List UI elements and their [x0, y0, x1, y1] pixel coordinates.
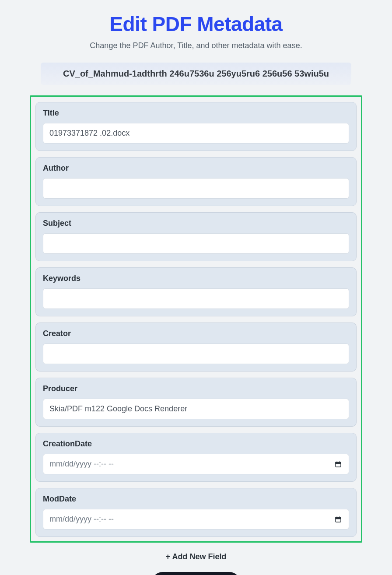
field-group-title: Title: [35, 102, 357, 151]
metadata-form-panel: Title Author Subject Keywords Creator Pr…: [30, 95, 362, 543]
field-group-producer: Producer: [35, 378, 357, 427]
field-group-author: Author: [35, 157, 357, 206]
title-input[interactable]: [43, 123, 349, 144]
calendar-icon: [335, 516, 342, 523]
field-group-subject: Subject: [35, 212, 357, 261]
creation-date-placeholder: mm/dd/yyyy --:-- --: [49, 459, 114, 469]
page-subtitle: Change the PDF Author, Title, and other …: [17, 41, 375, 50]
subject-label: Subject: [43, 219, 349, 228]
author-input[interactable]: [43, 178, 349, 199]
add-new-field-button[interactable]: + Add New Field: [166, 552, 227, 561]
keywords-label: Keywords: [43, 274, 349, 283]
mod-date-label: ModDate: [43, 494, 349, 504]
page-title: Edit PDF Metadata: [17, 12, 375, 36]
calendar-icon: [335, 461, 342, 468]
keywords-input[interactable]: [43, 288, 349, 309]
svg-rect-1: [336, 462, 341, 463]
producer-label: Producer: [43, 384, 349, 393]
filename-display: CV_of_Mahmud-1adthrth 246u7536u 256yu5ru…: [41, 63, 351, 85]
field-group-creation-date: CreationDate mm/dd/yyyy --:-- --: [35, 433, 357, 482]
mod-date-placeholder: mm/dd/yyyy --:-- --: [49, 515, 114, 524]
mod-date-input[interactable]: mm/dd/yyyy --:-- --: [43, 509, 349, 529]
creation-date-label: CreationDate: [43, 439, 349, 449]
author-label: Author: [43, 164, 349, 173]
update-metadata-button[interactable]: Update Metadata: [151, 572, 241, 575]
field-group-mod-date: ModDate mm/dd/yyyy --:-- --: [35, 488, 357, 537]
producer-input[interactable]: [43, 399, 349, 419]
field-group-keywords: Keywords: [35, 267, 357, 316]
svg-rect-5: [336, 517, 341, 519]
creator-label: Creator: [43, 329, 349, 338]
creation-date-input[interactable]: mm/dd/yyyy --:-- --: [43, 454, 349, 474]
creator-input[interactable]: [43, 344, 349, 364]
title-label: Title: [43, 109, 349, 118]
field-group-creator: Creator: [35, 323, 357, 372]
subject-input[interactable]: [43, 233, 349, 254]
